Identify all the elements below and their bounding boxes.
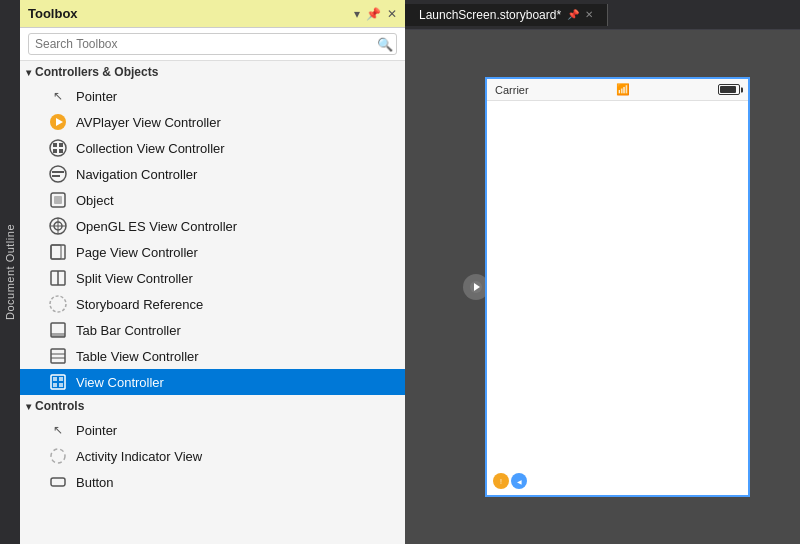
section-label-controllers: Controllers & Objects xyxy=(35,65,158,79)
section-arrow-controls: ▾ xyxy=(26,401,31,412)
toolbox-content: ▾ Controllers & Objects ↖ Pointer AVPlay… xyxy=(20,61,405,544)
toolbox-item-button[interactable]: Button xyxy=(20,469,405,495)
storyboard-icon xyxy=(48,294,68,314)
editor-area: LaunchScreen.storyboard* 📌 ✕ → xyxy=(405,0,800,544)
toolbox-item-viewcontroller[interactable]: View Controller xyxy=(20,369,405,395)
cursor2-icon: ↖ xyxy=(48,420,68,440)
svg-rect-28 xyxy=(59,377,63,381)
toolbox-close-icon[interactable]: ✕ xyxy=(387,7,397,21)
page-icon xyxy=(48,242,68,262)
toolbox-header-actions: ▾ 📌 ✕ xyxy=(354,7,397,21)
toolbox-item-avplayer[interactable]: AVPlayer View Controller xyxy=(20,109,405,135)
phone-bottom-icons: ! ◀ xyxy=(493,473,527,489)
phone-status-bar: Carrier 📶 xyxy=(487,79,748,101)
toolbox-item-tabbar[interactable]: Tab Bar Controller xyxy=(20,317,405,343)
svg-rect-27 xyxy=(53,377,57,381)
section-label-controls: Controls xyxy=(35,399,84,413)
svg-rect-32 xyxy=(51,478,65,486)
item-label-activity: Activity Indicator View xyxy=(76,449,202,464)
split-icon xyxy=(48,268,68,288)
svg-rect-9 xyxy=(52,175,60,177)
svg-rect-17 xyxy=(51,245,61,259)
toolbox-item-pointer2[interactable]: ↖ Pointer xyxy=(20,417,405,443)
phone-mockup[interactable]: Carrier 📶 ! xyxy=(485,77,750,497)
phone-view-body xyxy=(487,101,748,457)
search-icon: 🔍 xyxy=(377,37,393,52)
svg-point-20 xyxy=(50,296,66,312)
item-label-opengl: OpenGL ES View Controller xyxy=(76,219,237,234)
item-label-pointer2: Pointer xyxy=(76,423,117,438)
svg-rect-22 xyxy=(51,333,65,337)
svg-rect-8 xyxy=(52,171,64,173)
carrier-label: Carrier xyxy=(495,84,529,96)
toolbox-item-storyboard[interactable]: Storyboard Reference xyxy=(20,291,405,317)
document-outline-panel: Document Outline xyxy=(0,0,20,544)
editor-tab-bar: LaunchScreen.storyboard* 📌 ✕ xyxy=(405,0,800,30)
svg-point-7 xyxy=(50,166,66,182)
svg-text:◀: ◀ xyxy=(517,479,522,485)
item-label-pointer: Pointer xyxy=(76,89,117,104)
toolbox-dropdown-icon[interactable]: ▾ xyxy=(354,7,360,21)
item-label-collection: Collection View Controller xyxy=(76,141,225,156)
svg-rect-4 xyxy=(59,143,63,147)
toolbox-item-pointer[interactable]: ↖ Pointer xyxy=(20,83,405,109)
section-arrow-controllers: ▾ xyxy=(26,67,31,78)
svg-rect-30 xyxy=(59,383,63,387)
tab-label-launchscreen: LaunchScreen.storyboard* xyxy=(419,8,561,22)
toolbox-panel: Toolbox ▾ 📌 ✕ 🔍 ▾ Controllers & Objects … xyxy=(20,0,405,544)
svg-point-31 xyxy=(51,449,65,463)
toolbox-item-page[interactable]: Page View Controller xyxy=(20,239,405,265)
tab-pin-icon: 📌 xyxy=(567,9,579,20)
toolbox-item-object[interactable]: Object xyxy=(20,187,405,213)
svg-rect-5 xyxy=(53,149,57,153)
section-header-controls[interactable]: ▾ Controls xyxy=(20,395,405,417)
toolbox-item-navigation[interactable]: Navigation Controller xyxy=(20,161,405,187)
avplayer-icon xyxy=(48,112,68,132)
activity-icon xyxy=(48,446,68,466)
item-label-avplayer: AVPlayer View Controller xyxy=(76,115,221,130)
toolbox-item-split[interactable]: Split View Controller xyxy=(20,265,405,291)
toolbox-header: Toolbox ▾ 📌 ✕ xyxy=(20,0,405,28)
toolbox-search-area: 🔍 xyxy=(20,28,405,61)
svg-rect-6 xyxy=(59,149,63,153)
item-label-navigation: Navigation Controller xyxy=(76,167,197,182)
document-outline-label: Document Outline xyxy=(4,224,16,320)
item-label-storyboard: Storyboard Reference xyxy=(76,297,203,312)
search-input[interactable] xyxy=(28,33,397,55)
tableview-icon xyxy=(48,346,68,366)
item-label-object: Object xyxy=(76,193,114,208)
editor-canvas[interactable]: → Carrier 📶 xyxy=(405,30,800,544)
section-header-controllers[interactable]: ▾ Controllers & Objects xyxy=(20,61,405,83)
navigation-icon xyxy=(48,164,68,184)
editor-tab-launchscreen[interactable]: LaunchScreen.storyboard* 📌 ✕ xyxy=(405,4,608,26)
toolbox-title: Toolbox xyxy=(28,6,78,21)
svg-rect-16 xyxy=(51,245,65,259)
item-label-tableview: Table View Controller xyxy=(76,349,199,364)
opengl-icon xyxy=(48,216,68,236)
svg-point-2 xyxy=(50,140,66,156)
tab-close-icon[interactable]: ✕ xyxy=(585,9,593,20)
cursor-icon: ↖ xyxy=(48,86,68,106)
collection-icon xyxy=(48,138,68,158)
toolbox-item-collection[interactable]: Collection View Controller xyxy=(20,135,405,161)
wifi-icon: 📶 xyxy=(616,83,630,96)
item-label-page: Page View Controller xyxy=(76,245,198,260)
button-icon xyxy=(48,472,68,492)
toolbox-item-opengl[interactable]: OpenGL ES View Controller xyxy=(20,213,405,239)
toolbox-item-tableview[interactable]: Table View Controller xyxy=(20,343,405,369)
item-label-viewcontroller: View Controller xyxy=(76,375,164,390)
svg-rect-29 xyxy=(53,383,57,387)
object-icon xyxy=(48,190,68,210)
layout-icon[interactable]: ◀ xyxy=(511,473,527,489)
storyboard-background: → Carrier 📶 xyxy=(405,30,800,544)
constraint-warning-icon[interactable]: ! xyxy=(493,473,509,489)
tabbar-icon xyxy=(48,320,68,340)
item-label-button: Button xyxy=(76,475,114,490)
toolbox-item-activity[interactable]: Activity Indicator View xyxy=(20,443,405,469)
toolbox-pin-icon[interactable]: 📌 xyxy=(366,7,381,21)
svg-rect-23 xyxy=(51,349,65,363)
item-label-tabbar: Tab Bar Controller xyxy=(76,323,181,338)
svg-rect-11 xyxy=(54,196,62,204)
viewcontroller-icon xyxy=(48,372,68,392)
battery-icon xyxy=(718,84,740,95)
